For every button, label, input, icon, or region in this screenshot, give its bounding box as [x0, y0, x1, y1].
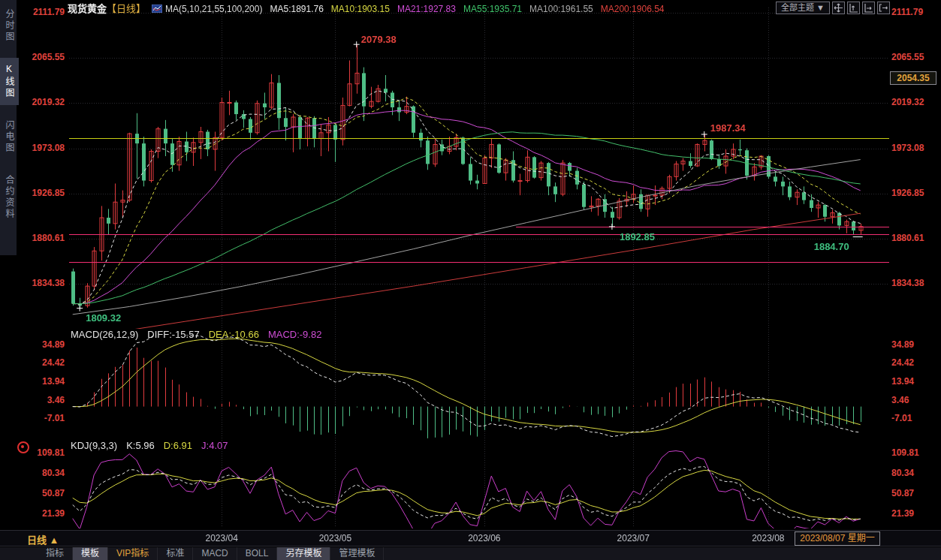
ma-params-label: MA(5,10,21,55,100,200): [165, 4, 262, 14]
macd-axis-label-right: 13.94: [891, 376, 939, 387]
period-tag: 【日线】: [107, 3, 146, 14]
kdj-axis-label-right: 109.81: [891, 447, 939, 458]
tab-boll[interactable]: BOLL: [237, 547, 278, 560]
tab-standard[interactable]: 标准: [158, 547, 193, 560]
left-sidebar: 分时图 K线图 闪电图 合约资料: [0, 0, 17, 255]
sidebar-item-lightning-chart[interactable]: 闪电图: [0, 114, 19, 160]
tab-templates[interactable]: 模板: [73, 547, 108, 560]
kdj-axis-label-left: 80.34: [18, 468, 65, 478]
macd-axis-label-right: -7.01: [891, 413, 939, 423]
header-controls: 全部主题 ▼: [776, 2, 890, 14]
price-axis-label-left: 1973.08: [18, 143, 65, 153]
ma5-value: MA5:1891.76: [270, 4, 323, 14]
kdj-axis-label-right: 21.39: [891, 508, 939, 519]
macd-axis-label-left: 34.89: [18, 339, 65, 350]
kdj-axis-label-right: 80.34: [891, 468, 939, 478]
price-axis-label-right: 2019.32: [891, 97, 939, 107]
sidebar-item-timeshare-chart[interactable]: 分时图: [0, 3, 19, 49]
ma100-value: MA100:1961.55: [529, 4, 593, 14]
macd-axis-label-right: 3.46: [891, 395, 939, 405]
macd-axis-label-right: 24.42: [891, 357, 939, 368]
macd-axis-label-right: 34.89: [891, 339, 939, 350]
last-date-badge: 2023/08/07 星期一: [795, 531, 880, 546]
price-axis-label-left: 1926.85: [18, 188, 65, 198]
ma-indicator-icon: [152, 5, 162, 13]
symbol-name: 现货黄金: [68, 3, 107, 14]
price-axis-label-left: 2019.32: [18, 97, 65, 107]
tab-vip-indicators[interactable]: VIP指标: [108, 547, 158, 560]
tab-manage-templates[interactable]: 管理模板: [330, 547, 384, 560]
tab-macd[interactable]: MACD: [193, 547, 237, 560]
shift-right-icon[interactable]: [877, 2, 890, 14]
kdj-axis-label-right: 50.87: [891, 488, 939, 498]
ma200-value: MA200:1906.54: [601, 4, 665, 14]
macd-axis-label-left: 3.46: [18, 395, 65, 405]
price-axis-label-left: 2111.79: [18, 7, 65, 17]
macd-axis-label-left: 24.42: [18, 357, 65, 368]
kdj-axis-label-left: 50.87: [18, 488, 65, 498]
sidebar-item-kline-chart[interactable]: K线图: [0, 58, 19, 105]
ma10-value: MA10:1903.15: [331, 4, 390, 14]
scale-right-icon[interactable]: [862, 2, 875, 14]
tab-save-template[interactable]: 另存模板: [277, 547, 330, 560]
move-icon[interactable]: [832, 2, 845, 14]
macd-axis-label-left: -7.01: [18, 413, 65, 423]
price-axis-label-left: 1880.61: [18, 233, 65, 243]
price-axis-label-left: 2065.55: [18, 52, 65, 62]
theme-dropdown-button[interactable]: 全部主题 ▼: [776, 2, 830, 14]
price-axis-label-left: 1834.38: [18, 278, 65, 288]
sidebar-item-contract-info[interactable]: 合约资料: [0, 169, 19, 226]
price-axis-label-right: 2065.55: [891, 52, 939, 62]
price-chart-canvas[interactable]: [69, 0, 889, 546]
price-axis-label-right: 1926.85: [891, 188, 939, 198]
price-axis-label-right: 2111.79: [891, 7, 939, 17]
price-axis-label-right: 1880.61: [891, 233, 939, 243]
chart-header: 现货黄金【日线】MA(5,10,21,55,100,200)MA5:1891.7…: [68, 1, 672, 12]
indicator-alert-icon[interactable]: [17, 441, 29, 453]
ma55-value: MA55:1935.71: [463, 4, 522, 14]
scale-up-icon[interactable]: [847, 2, 860, 14]
period-selector[interactable]: 日线 ▲: [27, 532, 59, 546]
ma21-value: MA21:1927.83: [397, 4, 456, 14]
bottom-toolbar: 指标 模板 VIP指标 标准 MACD BOLL 另存模板 管理模板: [0, 547, 941, 560]
tab-indicators[interactable]: 指标: [38, 547, 73, 560]
price-axis-highlight: 2054.35: [890, 71, 936, 85]
kdj-axis-label-left: 21.39: [18, 508, 65, 519]
macd-axis-label-left: 13.94: [18, 376, 65, 387]
price-axis-label-right: 1834.38: [891, 278, 939, 288]
trading-app-window: 分时图 K线图 闪电图 合约资料 现货黄金【日线】MA(5,10,21,55,1…: [0, 0, 941, 560]
price-axis-label-right: 1973.08: [891, 143, 939, 153]
